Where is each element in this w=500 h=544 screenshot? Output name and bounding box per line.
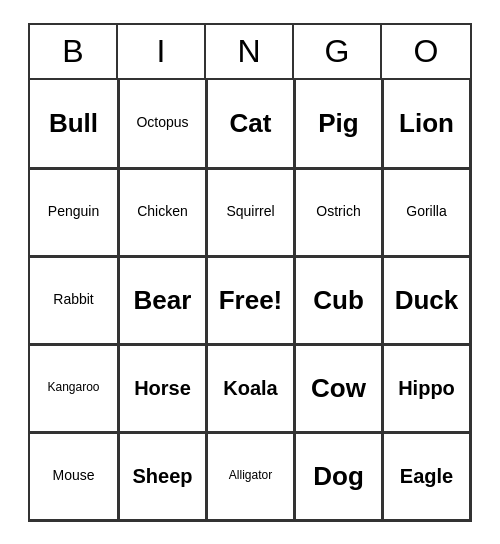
bingo-cell-text-r3-c4: Hippo — [398, 377, 455, 399]
bingo-cell-text-r4-c2: Alligator — [229, 469, 272, 482]
bingo-cell-r3-c2: Koala — [206, 344, 294, 432]
bingo-cell-r4-c4: Eagle — [382, 432, 470, 520]
bingo-cell-r1-c3: Ostrich — [294, 168, 382, 256]
bingo-cell-r2-c2: Free! — [206, 256, 294, 344]
bingo-cell-r1-c0: Penguin — [30, 168, 118, 256]
bingo-cell-text-r4-c0: Mouse — [52, 468, 94, 483]
bingo-cell-text-r1-c3: Ostrich — [316, 204, 360, 219]
bingo-cell-r2-c4: Duck — [382, 256, 470, 344]
bingo-cell-text-r2-c1: Bear — [134, 286, 192, 315]
header-cell-n: N — [206, 25, 294, 78]
bingo-cell-text-r3-c0: Kangaroo — [47, 381, 99, 394]
bingo-cell-text-r1-c0: Penguin — [48, 204, 99, 219]
bingo-cell-r3-c3: Cow — [294, 344, 382, 432]
bingo-cell-text-r0-c0: Bull — [49, 109, 98, 138]
bingo-cell-text-r2-c3: Cub — [313, 286, 364, 315]
bingo-cell-text-r3-c3: Cow — [311, 374, 366, 403]
bingo-cell-r4-c1: Sheep — [118, 432, 206, 520]
bingo-cell-text-r2-c0: Rabbit — [53, 292, 93, 307]
bingo-cell-text-r1-c4: Gorilla — [406, 204, 446, 219]
bingo-cell-r2-c3: Cub — [294, 256, 382, 344]
bingo-cell-text-r2-c2: Free! — [219, 286, 283, 315]
bingo-cell-r0-c1: Octopus — [118, 80, 206, 168]
bingo-cell-r4-c0: Mouse — [30, 432, 118, 520]
bingo-cell-text-r4-c4: Eagle — [400, 465, 453, 487]
bingo-cell-r1-c1: Chicken — [118, 168, 206, 256]
bingo-cell-r3-c4: Hippo — [382, 344, 470, 432]
bingo-cell-r0-c0: Bull — [30, 80, 118, 168]
bingo-card: BINGO BullOctopusCatPigLionPenguinChicke… — [28, 23, 472, 522]
bingo-cell-text-r0-c2: Cat — [230, 109, 272, 138]
bingo-cell-text-r0-c1: Octopus — [136, 115, 188, 130]
bingo-cell-r4-c2: Alligator — [206, 432, 294, 520]
bingo-header: BINGO — [30, 25, 470, 78]
bingo-cell-r1-c4: Gorilla — [382, 168, 470, 256]
bingo-cell-text-r4-c3: Dog — [313, 462, 364, 491]
bingo-cell-text-r2-c4: Duck — [395, 286, 459, 315]
bingo-cell-text-r3-c1: Horse — [134, 377, 191, 399]
bingo-cell-r3-c0: Kangaroo — [30, 344, 118, 432]
header-cell-o: O — [382, 25, 470, 78]
bingo-cell-r2-c0: Rabbit — [30, 256, 118, 344]
bingo-cell-text-r1-c1: Chicken — [137, 204, 188, 219]
bingo-cell-r0-c4: Lion — [382, 80, 470, 168]
header-cell-g: G — [294, 25, 382, 78]
bingo-cell-r3-c1: Horse — [118, 344, 206, 432]
bingo-cell-r2-c1: Bear — [118, 256, 206, 344]
bingo-cell-r4-c3: Dog — [294, 432, 382, 520]
bingo-cell-text-r0-c4: Lion — [399, 109, 454, 138]
bingo-cell-text-r3-c2: Koala — [223, 377, 277, 399]
bingo-cell-text-r4-c1: Sheep — [132, 465, 192, 487]
bingo-cell-r0-c2: Cat — [206, 80, 294, 168]
header-cell-i: I — [118, 25, 206, 78]
header-cell-b: B — [30, 25, 118, 78]
bingo-grid: BullOctopusCatPigLionPenguinChickenSquir… — [30, 78, 470, 520]
bingo-cell-r1-c2: Squirrel — [206, 168, 294, 256]
bingo-cell-r0-c3: Pig — [294, 80, 382, 168]
bingo-cell-text-r0-c3: Pig — [318, 109, 358, 138]
bingo-cell-text-r1-c2: Squirrel — [226, 204, 274, 219]
